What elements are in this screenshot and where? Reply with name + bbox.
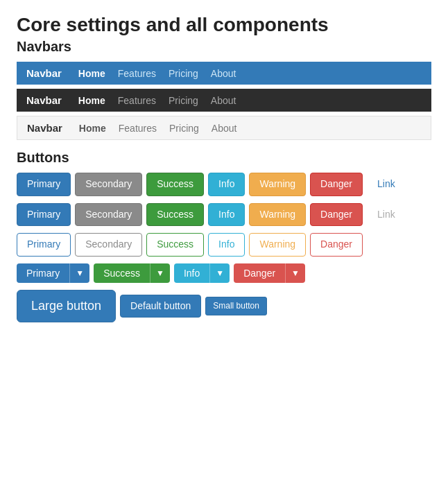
btn-success-1[interactable]: Success [146, 173, 204, 196]
btn-split-danger-caret[interactable]: ▼ [285, 263, 305, 283]
btn-outline-danger[interactable]: Danger [310, 233, 363, 257]
btn-split-info-main[interactable]: Info [174, 263, 209, 283]
page-title: Core settings and all components [17, 14, 431, 36]
btn-outline-warning[interactable]: Warning [249, 233, 306, 257]
split-button-row: Primary ▼ Success ▼ Info ▼ Danger ▼ [17, 263, 431, 283]
navbar-primary: Navbar Home Features Pricing About [17, 62, 431, 85]
btn-split-primary-main[interactable]: Primary [17, 263, 69, 283]
navbar-dark-link-home[interactable]: Home [78, 95, 105, 106]
btn-split-info-caret[interactable]: ▼ [209, 263, 230, 283]
sized-button-row: Large button Default button Small button [17, 290, 431, 322]
btn-outline-secondary[interactable]: Secondary [75, 233, 142, 257]
navbar-primary-link-home[interactable]: Home [78, 68, 105, 79]
btn-split-primary-caret[interactable]: ▼ [69, 263, 89, 283]
btn-small[interactable]: Small button [205, 297, 267, 315]
outline-button-row: Primary Secondary Success Info Warning D… [17, 233, 431, 257]
btn-link-1[interactable]: Link [367, 173, 406, 196]
btn-danger-1[interactable]: Danger [310, 173, 363, 196]
btn-outline-success[interactable]: Success [146, 233, 204, 257]
btn-split-success-main[interactable]: Success [94, 263, 150, 283]
btn-warning-2[interactable]: Warning [249, 203, 306, 227]
btn-split-primary[interactable]: Primary ▼ [17, 263, 89, 283]
navbar-dark-link-about[interactable]: About [211, 95, 236, 106]
btn-secondary-2[interactable]: Secondary [75, 203, 142, 227]
btn-primary-2[interactable]: Primary [17, 203, 71, 227]
navbar-dark-link-features[interactable]: Features [118, 95, 156, 106]
navbar-dark: Navbar Home Features Pricing About [17, 89, 431, 112]
btn-outline-info[interactable]: Info [208, 233, 245, 257]
navbar-light: Navbar Home Features Pricing About [17, 116, 431, 140]
navbar-light-link-features[interactable]: Features [119, 123, 157, 134]
navbar-primary-brand: Navbar [26, 67, 62, 79]
btn-warning-1[interactable]: Warning [249, 173, 306, 196]
btn-split-success-caret[interactable]: ▼ [150, 263, 170, 283]
navbar-light-brand: Navbar [27, 122, 62, 134]
navbar-light-link-pricing[interactable]: Pricing [169, 123, 199, 134]
btn-large[interactable]: Large button [17, 290, 116, 322]
btn-info-2[interactable]: Info [208, 203, 245, 227]
btn-split-danger[interactable]: Danger ▼ [234, 263, 305, 283]
buttons-section: Buttons Primary Secondary Success Info W… [17, 150, 431, 322]
btn-outline-primary[interactable]: Primary [17, 233, 71, 257]
btn-split-danger-main[interactable]: Danger [234, 263, 285, 283]
btn-primary-1[interactable]: Primary [17, 173, 71, 196]
navbars-section-title: Navbars [17, 39, 431, 55]
btn-link-muted-1[interactable]: Link [367, 203, 406, 227]
navbar-primary-link-pricing[interactable]: Pricing [169, 68, 198, 79]
btn-split-success[interactable]: Success ▼ [94, 263, 170, 283]
btn-success-2[interactable]: Success [146, 203, 204, 227]
btn-danger-2[interactable]: Danger [310, 203, 363, 227]
navbar-dark-brand: Navbar [26, 94, 62, 106]
btn-secondary-1[interactable]: Secondary [75, 173, 142, 196]
navbar-light-link-home[interactable]: Home [79, 123, 106, 134]
navbar-primary-link-features[interactable]: Features [118, 68, 156, 79]
navbar-dark-link-pricing[interactable]: Pricing [169, 95, 198, 106]
buttons-section-title: Buttons [17, 150, 431, 166]
navbar-light-link-about[interactable]: About [212, 123, 237, 134]
btn-split-info[interactable]: Info ▼ [174, 263, 230, 283]
navbar-primary-link-about[interactable]: About [211, 68, 236, 79]
btn-info-1[interactable]: Info [208, 173, 245, 196]
btn-default[interactable]: Default button [120, 295, 201, 318]
filled-button-row: Primary Secondary Success Info Warning D… [17, 173, 431, 196]
filled-muted-button-row: Primary Secondary Success Info Warning D… [17, 203, 431, 227]
